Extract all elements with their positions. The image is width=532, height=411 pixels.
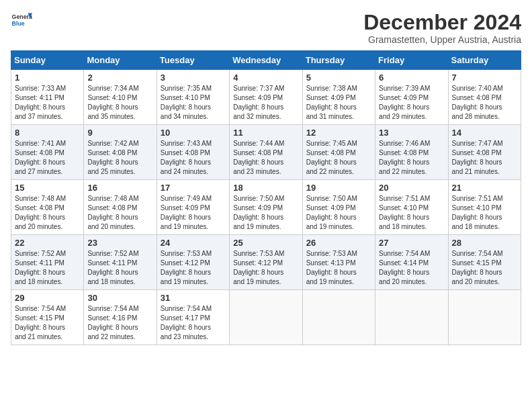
day-info: Sunrise: 7:43 AM Sunset: 4:08 PM Dayligh…: [161, 139, 226, 177]
day-info: Sunrise: 7:50 AM Sunset: 4:09 PM Dayligh…: [306, 194, 371, 232]
day-info: Sunrise: 7:47 AM Sunset: 4:08 PM Dayligh…: [452, 139, 517, 177]
day-info: Sunrise: 7:39 AM Sunset: 4:09 PM Dayligh…: [379, 84, 444, 122]
day-number: 2: [87, 73, 152, 83]
header-day-sunday: Sunday: [11, 51, 84, 70]
day-info: Sunrise: 7:38 AM Sunset: 4:09 PM Dayligh…: [306, 84, 371, 122]
day-number: 15: [15, 183, 80, 193]
calendar-week-row: 8Sunrise: 7:41 AM Sunset: 4:08 PM Daylig…: [11, 125, 521, 180]
calendar-cell: 16Sunrise: 7:48 AM Sunset: 4:08 PM Dayli…: [84, 180, 157, 235]
day-number: 13: [379, 128, 444, 138]
day-info: Sunrise: 7:54 AM Sunset: 4:17 PM Dayligh…: [161, 304, 226, 342]
page-header: General Blue December 2024 Gramastetten,…: [11, 11, 521, 45]
title-block: December 2024 Gramastetten, Upper Austri…: [363, 11, 521, 45]
day-number: 30: [87, 293, 152, 303]
calendar-cell: 24Sunrise: 7:53 AM Sunset: 4:12 PM Dayli…: [157, 235, 229, 290]
day-number: 19: [306, 183, 371, 193]
day-number: 27: [379, 238, 444, 248]
day-info: Sunrise: 7:54 AM Sunset: 4:14 PM Dayligh…: [379, 249, 444, 287]
calendar-cell: 17Sunrise: 7:49 AM Sunset: 4:09 PM Dayli…: [157, 180, 229, 235]
location-subtitle: Gramastetten, Upper Austria, Austria: [363, 34, 521, 45]
calendar-cell: 1Sunrise: 7:33 AM Sunset: 4:11 PM Daylig…: [11, 70, 84, 125]
day-info: Sunrise: 7:42 AM Sunset: 4:08 PM Dayligh…: [87, 139, 152, 177]
day-info: Sunrise: 7:53 AM Sunset: 4:12 PM Dayligh…: [233, 249, 298, 287]
day-info: Sunrise: 7:46 AM Sunset: 4:08 PM Dayligh…: [379, 139, 444, 177]
day-info: Sunrise: 7:52 AM Sunset: 4:11 PM Dayligh…: [15, 249, 80, 287]
calendar-cell: 7Sunrise: 7:40 AM Sunset: 4:08 PM Daylig…: [448, 70, 521, 125]
day-number: 26: [306, 238, 371, 248]
day-number: 21: [452, 183, 517, 193]
calendar-cell: [375, 290, 448, 345]
calendar-cell: 3Sunrise: 7:35 AM Sunset: 4:10 PM Daylig…: [157, 70, 229, 125]
calendar-cell: 31Sunrise: 7:54 AM Sunset: 4:17 PM Dayli…: [157, 290, 229, 345]
calendar-cell: 13Sunrise: 7:46 AM Sunset: 4:08 PM Dayli…: [375, 125, 448, 180]
day-number: 8: [15, 128, 80, 138]
calendar-cell: 18Sunrise: 7:50 AM Sunset: 4:09 PM Dayli…: [230, 180, 302, 235]
day-number: 3: [161, 73, 226, 83]
day-number: 1: [15, 73, 80, 83]
day-info: Sunrise: 7:48 AM Sunset: 4:08 PM Dayligh…: [87, 194, 152, 232]
calendar-cell: 2Sunrise: 7:34 AM Sunset: 4:10 PM Daylig…: [84, 70, 157, 125]
day-info: Sunrise: 7:51 AM Sunset: 4:10 PM Dayligh…: [379, 194, 444, 232]
calendar-cell: 29Sunrise: 7:54 AM Sunset: 4:15 PM Dayli…: [11, 290, 84, 345]
calendar-cell: [302, 290, 375, 345]
day-info: Sunrise: 7:49 AM Sunset: 4:09 PM Dayligh…: [161, 194, 226, 232]
day-info: Sunrise: 7:48 AM Sunset: 4:08 PM Dayligh…: [15, 194, 80, 232]
day-number: 7: [452, 73, 517, 83]
calendar-cell: 4Sunrise: 7:37 AM Sunset: 4:09 PM Daylig…: [230, 70, 302, 125]
day-info: Sunrise: 7:45 AM Sunset: 4:08 PM Dayligh…: [306, 139, 371, 177]
day-info: Sunrise: 7:53 AM Sunset: 4:12 PM Dayligh…: [161, 249, 226, 287]
day-number: 14: [452, 128, 517, 138]
calendar-table: SundayMondayTuesdayWednesdayThursdayFrid…: [11, 50, 521, 345]
calendar-cell: 27Sunrise: 7:54 AM Sunset: 4:14 PM Dayli…: [375, 235, 448, 290]
calendar-cell: 28Sunrise: 7:54 AM Sunset: 4:15 PM Dayli…: [448, 235, 521, 290]
calendar-cell: 15Sunrise: 7:48 AM Sunset: 4:08 PM Dayli…: [11, 180, 84, 235]
day-number: 10: [161, 128, 226, 138]
calendar-cell: 26Sunrise: 7:53 AM Sunset: 4:13 PM Dayli…: [302, 235, 375, 290]
day-number: 22: [15, 238, 80, 248]
calendar-cell: 23Sunrise: 7:52 AM Sunset: 4:11 PM Dayli…: [84, 235, 157, 290]
calendar-cell: 12Sunrise: 7:45 AM Sunset: 4:08 PM Dayli…: [302, 125, 375, 180]
calendar-cell: [230, 290, 302, 345]
day-number: 25: [233, 238, 298, 248]
day-number: 6: [379, 73, 444, 83]
calendar-week-row: 1Sunrise: 7:33 AM Sunset: 4:11 PM Daylig…: [11, 70, 521, 125]
calendar-cell: 5Sunrise: 7:38 AM Sunset: 4:09 PM Daylig…: [302, 70, 375, 125]
calendar-header-row: SundayMondayTuesdayWednesdayThursdayFrid…: [11, 51, 521, 70]
day-info: Sunrise: 7:44 AM Sunset: 4:08 PM Dayligh…: [233, 139, 298, 177]
calendar-cell: 9Sunrise: 7:42 AM Sunset: 4:08 PM Daylig…: [84, 125, 157, 180]
calendar-cell: 22Sunrise: 7:52 AM Sunset: 4:11 PM Dayli…: [11, 235, 84, 290]
day-info: Sunrise: 7:50 AM Sunset: 4:09 PM Dayligh…: [233, 194, 298, 232]
day-info: Sunrise: 7:51 AM Sunset: 4:10 PM Dayligh…: [452, 194, 517, 232]
day-info: Sunrise: 7:33 AM Sunset: 4:11 PM Dayligh…: [15, 84, 80, 122]
calendar-week-row: 22Sunrise: 7:52 AM Sunset: 4:11 PM Dayli…: [11, 235, 521, 290]
calendar-cell: 21Sunrise: 7:51 AM Sunset: 4:10 PM Dayli…: [448, 180, 521, 235]
day-number: 16: [87, 183, 152, 193]
day-info: Sunrise: 7:34 AM Sunset: 4:10 PM Dayligh…: [87, 84, 152, 122]
day-number: 24: [161, 238, 226, 248]
header-day-wednesday: Wednesday: [230, 51, 302, 70]
header-day-saturday: Saturday: [448, 51, 521, 70]
day-info: Sunrise: 7:54 AM Sunset: 4:16 PM Dayligh…: [87, 304, 152, 342]
day-number: 12: [306, 128, 371, 138]
month-title: December 2024: [363, 11, 521, 34]
header-day-thursday: Thursday: [302, 51, 375, 70]
day-number: 23: [87, 238, 152, 248]
day-number: 17: [161, 183, 226, 193]
svg-text:Blue: Blue: [12, 20, 25, 27]
calendar-cell: 11Sunrise: 7:44 AM Sunset: 4:08 PM Dayli…: [230, 125, 302, 180]
calendar-cell: [448, 290, 521, 345]
day-info: Sunrise: 7:35 AM Sunset: 4:10 PM Dayligh…: [161, 84, 226, 122]
day-info: Sunrise: 7:37 AM Sunset: 4:09 PM Dayligh…: [233, 84, 298, 122]
calendar-cell: 19Sunrise: 7:50 AM Sunset: 4:09 PM Dayli…: [302, 180, 375, 235]
day-info: Sunrise: 7:53 AM Sunset: 4:13 PM Dayligh…: [306, 249, 371, 287]
day-number: 4: [233, 73, 298, 83]
logo-icon: General Blue: [11, 11, 32, 30]
header-day-friday: Friday: [375, 51, 448, 70]
day-info: Sunrise: 7:54 AM Sunset: 4:15 PM Dayligh…: [15, 304, 80, 342]
logo: General Blue: [11, 11, 32, 30]
calendar-week-row: 15Sunrise: 7:48 AM Sunset: 4:08 PM Dayli…: [11, 180, 521, 235]
calendar-week-row: 29Sunrise: 7:54 AM Sunset: 4:15 PM Dayli…: [11, 290, 521, 345]
calendar-cell: 30Sunrise: 7:54 AM Sunset: 4:16 PM Dayli…: [84, 290, 157, 345]
header-day-monday: Monday: [84, 51, 157, 70]
day-number: 20: [379, 183, 444, 193]
